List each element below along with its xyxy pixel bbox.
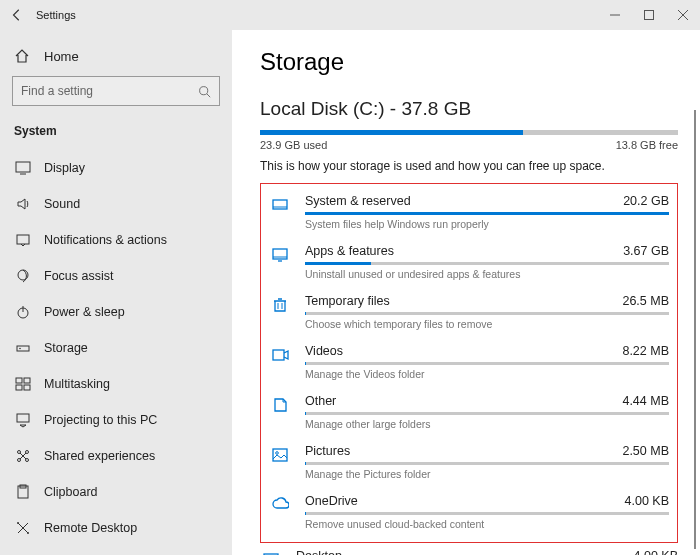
category-bar [305,362,669,365]
category-desc: Manage the Pictures folder [305,468,669,480]
home-label: Home [44,49,79,64]
svg-rect-34 [273,449,287,461]
svg-point-4 [200,86,208,94]
category-desc: Choose which temporary files to remove [305,318,669,330]
category-item[interactable]: Temporary files26.5 MBChoose which tempo… [269,288,669,338]
category-item[interactable]: System & reserved20.2 GBSystem files hel… [269,188,669,238]
category-item[interactable]: Other4.44 MBManage other large folders [269,388,669,438]
nav-icon [14,412,32,428]
nav-icon [14,448,32,464]
monitor-icon [269,244,291,280]
nav-label: Shared experiences [44,449,155,463]
category-bar [305,212,669,215]
nav-icon [14,340,32,356]
category-desc: Remove unused cloud-backed content [305,518,669,530]
nav-icon [14,196,32,212]
maximize-button[interactable] [632,0,666,30]
category-bar [305,412,669,415]
nav-item-shared-experiences[interactable]: Shared experiences [0,438,232,474]
titlebar: Settings [0,0,700,30]
nav-item-sound[interactable]: Sound [0,186,232,222]
svg-point-35 [276,452,279,455]
svg-rect-11 [17,346,29,351]
category-desc: System files help Windows run properly [305,218,669,230]
category-item[interactable]: Apps & features3.67 GBUninstall unused o… [269,238,669,288]
home-link[interactable]: Home [0,42,232,76]
svg-rect-1 [645,11,654,20]
nav-item-display[interactable]: Display [0,150,232,186]
category-size: 8.22 MB [622,344,669,358]
category-size: 4.44 MB [622,394,669,408]
category-size: 3.67 GB [623,244,669,258]
nav-item-notifications-actions[interactable]: Notifications & actions [0,222,232,258]
category-bar [305,262,669,265]
category-size: 2.50 MB [622,444,669,458]
nav-label: Notifications & actions [44,233,167,247]
disk-usage-bar [260,130,678,135]
nav-icon [14,376,32,392]
category-size: 20.2 GB [623,194,669,208]
nav-label: Projecting to this PC [44,413,157,427]
nav-item-storage[interactable]: Storage [0,330,232,366]
file-icon [269,394,291,430]
svg-line-5 [207,93,210,96]
trash-icon [269,294,291,330]
category-item[interactable]: OneDrive4.00 KBRemove unused cloud-backe… [269,488,669,538]
svg-rect-6 [16,162,30,172]
nav-label: Storage [44,341,88,355]
disk-title: Local Disk (C:) - 37.8 GB [260,98,678,120]
minimize-button[interactable] [598,0,632,30]
cloud-icon [269,494,291,530]
nav-icon [14,268,32,284]
nav-label: Display [44,161,85,175]
nav-label: Power & sleep [44,305,125,319]
svg-rect-13 [16,378,22,383]
nav-label: Multitasking [44,377,110,391]
category-bar [305,462,669,465]
desktop-icon [260,549,282,555]
category-name: Desktop [296,549,342,555]
nav-item-power-sleep[interactable]: Power & sleep [0,294,232,330]
category-name: Temporary files [305,294,390,308]
back-button[interactable] [10,8,24,22]
nav-icon [14,484,32,500]
category-extra[interactable]: Desktop4.00 KB [260,543,678,555]
nav-item-clipboard[interactable]: Clipboard [0,474,232,510]
nav-label: Clipboard [44,485,98,499]
svg-rect-33 [273,350,284,360]
nav-icon [14,160,32,176]
category-item[interactable]: Pictures2.50 MBManage the Pictures folde… [269,438,669,488]
search-box[interactable] [12,76,220,106]
disk-used-label: 23.9 GB used [260,139,327,151]
svg-rect-16 [24,385,30,390]
category-name: Other [305,394,336,408]
nav-item-focus-assist[interactable]: Focus assist [0,258,232,294]
nav-item-projecting-to-this-pc[interactable]: Projecting to this PC [0,402,232,438]
scrollbar[interactable] [694,110,696,549]
search-input[interactable] [21,84,198,98]
picture-icon [269,444,291,480]
section-label: System [0,120,232,150]
category-desc: Manage the Videos folder [305,368,669,380]
category-size: 4.00 KB [634,549,678,555]
svg-rect-17 [17,414,29,422]
home-icon [14,48,32,64]
category-desc: Uninstall unused or undesired apps & fea… [305,268,669,280]
nav-label: Sound [44,197,80,211]
category-item[interactable]: Videos8.22 MBManage the Videos folder [269,338,669,388]
sidebar: Home System DisplaySoundNotifications & … [0,30,232,555]
category-size: 26.5 MB [622,294,669,308]
laptop-icon [269,194,291,230]
nav-item-multitasking[interactable]: Multitasking [0,366,232,402]
nav-icon [14,304,32,320]
close-button[interactable] [666,0,700,30]
nav-item-remote-desktop[interactable]: Remote Desktop [0,510,232,546]
categories-highlight: System & reserved20.2 GBSystem files hel… [260,183,678,543]
svg-point-12 [19,348,21,350]
search-icon [198,85,211,98]
video-icon [269,344,291,380]
disk-description: This is how your storage is used and how… [260,159,678,173]
svg-rect-26 [273,200,287,209]
disk-free-label: 13.8 GB free [616,139,678,151]
page-title: Storage [260,48,678,76]
